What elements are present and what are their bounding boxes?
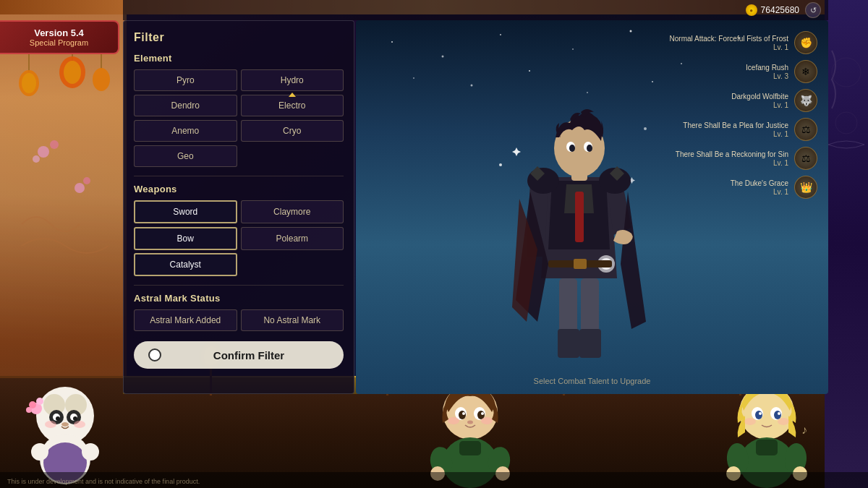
svg-rect-77 <box>459 441 481 455</box>
element-btn-pyro[interactable]: Pyro <box>134 69 237 91</box>
svg-point-75 <box>467 421 473 424</box>
skill-name-2: Darkgold Wolfbite <box>731 92 788 101</box>
svg-point-65 <box>82 443 99 461</box>
weapon-btn-sword[interactable]: Sword <box>134 200 237 223</box>
settings-button[interactable]: ↺ <box>805 2 821 18</box>
skill-item-3: There Shall Be a Plea for Justice Lv. 1 … <box>665 118 817 141</box>
skill-name-0: Normal Attack: Forceful Fists of Frost <box>670 34 788 43</box>
svg-point-88 <box>778 412 780 415</box>
svg-point-17 <box>630 30 632 33</box>
skill-icon-3[interactable]: ⚖ <box>794 118 817 141</box>
section-divider-2 <box>134 285 344 286</box>
left-decorations <box>14 43 116 333</box>
svg-point-12 <box>83 177 90 184</box>
astral-btn-added[interactable]: Astral Mark Added <box>134 309 237 331</box>
confirm-filter-button[interactable]: Confirm Filter <box>134 341 344 369</box>
version-line1: Version 5.4 <box>11 27 107 38</box>
svg-point-14 <box>442 56 444 58</box>
svg-point-41 <box>587 145 592 152</box>
svg-point-74 <box>481 417 493 424</box>
filter-panel: Filter Element Pyro Hydro Dendro Electro… <box>123 20 354 394</box>
top-bar: ● 76425680 ↺ <box>123 0 828 20</box>
skill-name-4: There Shall Be a Reckoning for Sin <box>676 150 788 159</box>
svg-point-13 <box>391 41 393 43</box>
weapon-btn-bow[interactable]: Bow <box>134 227 237 250</box>
astral-section-label: Astral Mark Status <box>134 293 344 304</box>
svg-point-10 <box>33 155 40 163</box>
disclaimer-text: This is under development and is not ind… <box>7 478 200 485</box>
skill-text-1: Icefang Rush Lv. 3 <box>746 63 788 80</box>
skill-text-4: There Shall Be a Reckoning for Sin Lv. 1 <box>676 150 788 167</box>
weapons-section-label: Weapons <box>134 184 344 194</box>
catalyst-row: Catalyst <box>134 253 344 276</box>
skill-level-3: Lv. 1 <box>683 130 788 138</box>
confirm-filter-label: Confirm Filter <box>169 349 329 361</box>
skill-text-3: There Shall Be a Plea for Justice Lv. 1 <box>683 121 788 138</box>
svg-point-15 <box>500 34 501 35</box>
skill-icon-0[interactable]: ✊ <box>794 31 817 54</box>
right-decorations <box>825 36 868 253</box>
element-btn-geo[interactable]: Geo <box>134 145 237 167</box>
svg-point-98 <box>832 58 861 87</box>
svg-point-64 <box>31 443 48 461</box>
weapon-btn-claymore[interactable]: Claymore <box>241 200 344 223</box>
svg-point-57 <box>74 421 85 428</box>
svg-point-54 <box>73 416 77 421</box>
skill-name-3: There Shall Be a Plea for Justice <box>683 121 788 130</box>
skill-level-4: Lv. 1 <box>676 159 788 167</box>
svg-rect-30 <box>579 329 601 358</box>
element-btn-hydro[interactable]: Hydro <box>241 69 344 91</box>
skill-icon-1[interactable]: ❄ <box>794 60 817 83</box>
weapons-filter-grid: Sword Claymore Bow Polearm <box>134 200 344 250</box>
svg-point-86 <box>774 411 781 419</box>
svg-point-90 <box>778 418 789 425</box>
astral-btn-none[interactable]: No Astral Mark <box>241 309 344 331</box>
svg-point-53 <box>56 416 60 421</box>
skill-item-1: Icefang Rush Lv. 3 ❄ <box>665 60 817 83</box>
skill-item-0: Normal Attack: Forceful Fists of Frost L… <box>665 31 817 54</box>
coin-icon: ● <box>746 4 757 16</box>
svg-point-87 <box>759 412 762 415</box>
select-combat-text: Select Combat Talent to Upgrade <box>534 377 651 385</box>
svg-point-73 <box>448 417 459 424</box>
skill-level-1: Lv. 3 <box>746 72 788 80</box>
element-btn-dendro[interactable]: Dendro <box>134 95 237 116</box>
confirm-circle-icon <box>148 348 161 361</box>
skill-text-5: The Duke's Grace Lv. 1 <box>731 179 788 196</box>
main-content-area: Normal Attack: Forceful Fists of Frost L… <box>356 20 828 394</box>
skill-icon-5[interactable]: 👑 <box>794 176 817 199</box>
element-section-label: Element <box>134 53 344 64</box>
svg-point-56 <box>45 421 56 428</box>
svg-point-72 <box>481 412 484 415</box>
svg-point-40 <box>569 145 575 152</box>
section-divider-1 <box>134 176 344 176</box>
astral-filter-grid: Astral Mark Added No Astral Mark <box>134 309 344 331</box>
skill-item-2: Darkgold Wolfbite Lv. 1 🐺 <box>665 89 817 112</box>
element-btn-anemo[interactable]: Anemo <box>134 120 237 142</box>
svg-point-85 <box>755 411 762 419</box>
element-btn-cryo[interactable]: Cryo <box>241 120 344 142</box>
skill-level-2: Lv. 1 <box>731 101 788 109</box>
svg-point-7 <box>93 68 110 91</box>
svg-point-32 <box>527 168 559 194</box>
svg-point-9 <box>50 140 59 149</box>
skill-item-4: There Shall Be a Reckoning for Sin Lv. 1… <box>665 147 817 170</box>
svg-point-2 <box>22 73 36 93</box>
svg-rect-31 <box>575 192 584 242</box>
currency-display: ● 76425680 <box>746 4 799 16</box>
weapon-btn-polearm[interactable]: Polearm <box>241 227 344 250</box>
svg-rect-29 <box>558 329 579 358</box>
character-display <box>465 40 697 394</box>
weapon-btn-catalyst[interactable]: Catalyst <box>134 253 237 276</box>
element-btn-electro[interactable]: Electro <box>241 95 344 116</box>
version-badge: Version 5.4 Special Program <box>0 20 119 54</box>
skill-text-2: Darkgold Wolfbite Lv. 1 <box>731 92 788 109</box>
version-line2: Special Program <box>11 38 107 47</box>
skill-level-0: Lv. 1 <box>670 43 788 51</box>
skill-icon-4[interactable]: ⚖ <box>794 147 817 170</box>
right-panel <box>825 0 868 488</box>
svg-point-5 <box>64 61 81 84</box>
skill-text-0: Normal Attack: Forceful Fists of Frost L… <box>670 34 788 51</box>
skill-icon-2[interactable]: 🐺 <box>794 89 817 112</box>
character-svg <box>480 47 682 394</box>
